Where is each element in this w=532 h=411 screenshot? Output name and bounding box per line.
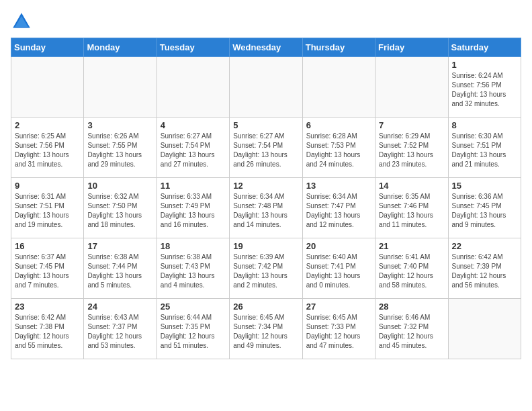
day-info: Sunrise: 6:45 AMSunset: 7:34 PMDaylight:…	[233, 313, 298, 351]
day-header-monday: Monday	[84, 38, 157, 57]
calendar: SundayMondayTuesdayWednesdayThursdayFrid…	[11, 38, 521, 359]
day-number: 18	[161, 241, 226, 251]
calendar-cell: 15Sunrise: 6:36 AMSunset: 7:45 PMDayligh…	[448, 178, 521, 238]
day-info: Sunrise: 6:44 AMSunset: 7:35 PMDaylight:…	[161, 313, 226, 351]
day-info: Sunrise: 6:42 AMSunset: 7:39 PMDaylight:…	[452, 253, 517, 290]
day-number: 24	[87, 302, 152, 312]
calendar-cell	[302, 57, 375, 118]
calendar-cell: 2Sunrise: 6:25 AMSunset: 7:56 PMDaylight…	[11, 118, 84, 178]
day-info: Sunrise: 6:29 AMSunset: 7:52 PMDaylight:…	[379, 132, 444, 169]
day-info: Sunrise: 6:41 AMSunset: 7:40 PMDaylight:…	[379, 253, 444, 290]
calendar-cell: 22Sunrise: 6:42 AMSunset: 7:39 PMDayligh…	[448, 238, 521, 299]
day-number: 20	[306, 241, 371, 251]
day-number: 5	[233, 120, 298, 130]
day-number: 13	[306, 181, 371, 191]
calendar-cell: 20Sunrise: 6:40 AMSunset: 7:41 PMDayligh…	[302, 238, 375, 299]
day-info: Sunrise: 6:25 AMSunset: 7:56 PMDaylight:…	[15, 132, 80, 169]
day-info: Sunrise: 6:37 AMSunset: 7:45 PMDaylight:…	[15, 253, 80, 290]
calendar-cell: 8Sunrise: 6:30 AMSunset: 7:51 PMDaylight…	[448, 118, 521, 178]
day-info: Sunrise: 6:43 AMSunset: 7:37 PMDaylight:…	[87, 313, 152, 351]
calendar-cell: 10Sunrise: 6:32 AMSunset: 7:50 PMDayligh…	[84, 178, 157, 238]
calendar-cell: 18Sunrise: 6:38 AMSunset: 7:43 PMDayligh…	[157, 238, 229, 299]
calendar-cell: 6Sunrise: 6:28 AMSunset: 7:53 PMDaylight…	[302, 118, 375, 178]
calendar-cell	[448, 299, 521, 359]
day-number: 23	[15, 302, 80, 312]
day-info: Sunrise: 6:46 AMSunset: 7:32 PMDaylight:…	[379, 313, 444, 351]
day-info: Sunrise: 6:42 AMSunset: 7:38 PMDaylight:…	[15, 313, 80, 351]
day-number: 19	[233, 241, 298, 251]
day-header-sunday: Sunday	[11, 38, 84, 57]
calendar-cell: 11Sunrise: 6:33 AMSunset: 7:49 PMDayligh…	[157, 178, 229, 238]
day-info: Sunrise: 6:45 AMSunset: 7:33 PMDaylight:…	[306, 313, 371, 351]
calendar-cell: 12Sunrise: 6:34 AMSunset: 7:48 PMDayligh…	[230, 178, 302, 238]
calendar-cell: 4Sunrise: 6:27 AMSunset: 7:54 PMDaylight…	[157, 118, 229, 178]
day-info: Sunrise: 6:28 AMSunset: 7:53 PMDaylight:…	[306, 132, 371, 169]
day-number: 21	[379, 241, 444, 251]
day-info: Sunrise: 6:38 AMSunset: 7:43 PMDaylight:…	[161, 253, 226, 290]
calendar-cell: 13Sunrise: 6:34 AMSunset: 7:47 PMDayligh…	[302, 178, 375, 238]
calendar-cell: 16Sunrise: 6:37 AMSunset: 7:45 PMDayligh…	[11, 238, 84, 299]
day-number: 1	[452, 60, 517, 70]
calendar-cell	[84, 57, 157, 118]
day-number: 22	[452, 241, 517, 251]
calendar-cell: 27Sunrise: 6:45 AMSunset: 7:33 PMDayligh…	[302, 299, 375, 359]
calendar-cell: 25Sunrise: 6:44 AMSunset: 7:35 PMDayligh…	[157, 299, 229, 359]
calendar-cell: 9Sunrise: 6:31 AMSunset: 7:51 PMDaylight…	[11, 178, 84, 238]
day-info: Sunrise: 6:33 AMSunset: 7:49 PMDaylight:…	[161, 192, 226, 230]
day-info: Sunrise: 6:34 AMSunset: 7:47 PMDaylight:…	[306, 192, 371, 230]
day-number: 27	[306, 302, 371, 312]
day-number: 25	[161, 302, 226, 312]
day-header-friday: Friday	[375, 38, 448, 57]
calendar-cell: 19Sunrise: 6:39 AMSunset: 7:42 PMDayligh…	[230, 238, 302, 299]
day-info: Sunrise: 6:40 AMSunset: 7:41 PMDaylight:…	[306, 253, 371, 290]
calendar-cell: 24Sunrise: 6:43 AMSunset: 7:37 PMDayligh…	[84, 299, 157, 359]
day-header-thursday: Thursday	[302, 38, 375, 57]
logo	[11, 11, 35, 32]
calendar-cell	[157, 57, 229, 118]
day-info: Sunrise: 6:38 AMSunset: 7:44 PMDaylight:…	[87, 253, 152, 290]
day-number: 4	[161, 120, 226, 130]
day-number: 12	[233, 181, 298, 191]
calendar-cell: 1Sunrise: 6:24 AMSunset: 7:56 PMDaylight…	[448, 57, 521, 118]
day-number: 10	[87, 181, 152, 191]
calendar-cell	[230, 57, 302, 118]
day-number: 6	[306, 120, 371, 130]
logo-icon	[11, 11, 32, 32]
day-info: Sunrise: 6:26 AMSunset: 7:55 PMDaylight:…	[87, 132, 152, 169]
calendar-cell: 14Sunrise: 6:35 AMSunset: 7:46 PMDayligh…	[375, 178, 448, 238]
day-info: Sunrise: 6:36 AMSunset: 7:45 PMDaylight:…	[452, 192, 517, 230]
header	[11, 11, 521, 32]
day-number: 7	[379, 120, 444, 130]
calendar-cell: 26Sunrise: 6:45 AMSunset: 7:34 PMDayligh…	[230, 299, 302, 359]
calendar-cell: 5Sunrise: 6:27 AMSunset: 7:54 PMDaylight…	[230, 118, 302, 178]
calendar-cell: 21Sunrise: 6:41 AMSunset: 7:40 PMDayligh…	[375, 238, 448, 299]
day-info: Sunrise: 6:30 AMSunset: 7:51 PMDaylight:…	[452, 132, 517, 169]
day-number: 2	[15, 120, 80, 130]
day-info: Sunrise: 6:24 AMSunset: 7:56 PMDaylight:…	[452, 71, 517, 109]
day-info: Sunrise: 6:27 AMSunset: 7:54 PMDaylight:…	[233, 132, 298, 169]
day-number: 16	[15, 241, 80, 251]
day-header-tuesday: Tuesday	[157, 38, 229, 57]
day-number: 9	[15, 181, 80, 191]
calendar-cell: 3Sunrise: 6:26 AMSunset: 7:55 PMDaylight…	[84, 118, 157, 178]
calendar-cell	[375, 57, 448, 118]
calendar-cell: 23Sunrise: 6:42 AMSunset: 7:38 PMDayligh…	[11, 299, 84, 359]
day-header-saturday: Saturday	[448, 38, 521, 57]
day-number: 26	[233, 302, 298, 312]
day-header-wednesday: Wednesday	[230, 38, 302, 57]
day-number: 11	[161, 181, 226, 191]
day-info: Sunrise: 6:34 AMSunset: 7:48 PMDaylight:…	[233, 192, 298, 230]
calendar-cell: 7Sunrise: 6:29 AMSunset: 7:52 PMDaylight…	[375, 118, 448, 178]
day-number: 15	[452, 181, 517, 191]
day-info: Sunrise: 6:39 AMSunset: 7:42 PMDaylight:…	[233, 253, 298, 290]
day-info: Sunrise: 6:31 AMSunset: 7:51 PMDaylight:…	[15, 192, 80, 230]
calendar-cell: 28Sunrise: 6:46 AMSunset: 7:32 PMDayligh…	[375, 299, 448, 359]
calendar-cell	[11, 57, 84, 118]
day-number: 8	[452, 120, 517, 130]
day-number: 28	[379, 302, 444, 312]
day-info: Sunrise: 6:35 AMSunset: 7:46 PMDaylight:…	[379, 192, 444, 230]
day-info: Sunrise: 6:32 AMSunset: 7:50 PMDaylight:…	[87, 192, 152, 230]
day-number: 3	[87, 120, 152, 130]
day-number: 17	[87, 241, 152, 251]
calendar-cell: 17Sunrise: 6:38 AMSunset: 7:44 PMDayligh…	[84, 238, 157, 299]
